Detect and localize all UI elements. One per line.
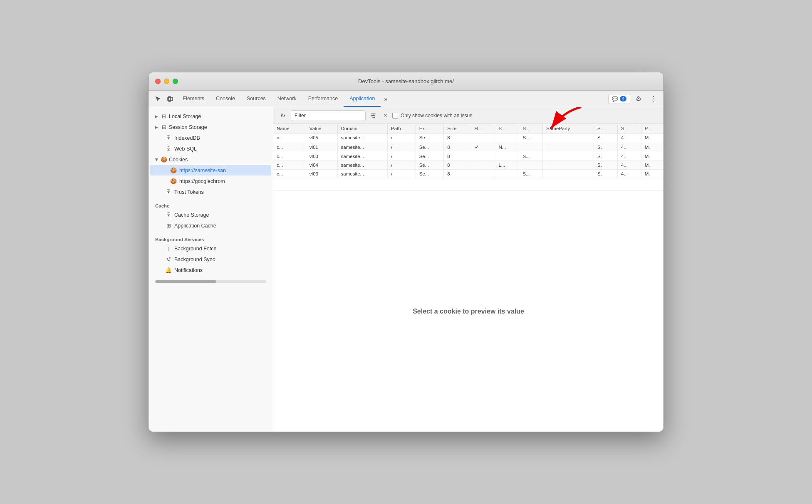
cell-domain: samesite...: [337, 133, 388, 142]
col-expires[interactable]: Ex...: [416, 124, 444, 133]
background-fetch-icon: ↕: [165, 245, 172, 252]
col-samesite[interactable]: S...: [519, 124, 543, 133]
tab-application[interactable]: Application: [344, 91, 381, 107]
cell-expires: Se...: [416, 142, 444, 152]
cell-s2: 4...: [617, 152, 641, 161]
sidebar-item-label: Session Storage: [169, 124, 207, 130]
indexeddb-icon: 🗄: [165, 135, 172, 141]
col-s2[interactable]: S...: [617, 124, 641, 133]
cell-domain: samesite...: [337, 170, 388, 178]
cell-path: /: [388, 161, 416, 170]
cell-samesite: [519, 142, 543, 152]
col-domain[interactable]: Domain: [337, 124, 388, 133]
cell-path: /: [388, 142, 416, 152]
table-row[interactable]: c... vl01 samesite... / Se... 8 ✓ N... S…: [273, 142, 663, 152]
cell-sameparty: [543, 142, 594, 152]
cell-s1: S.: [594, 142, 618, 152]
websql-icon: 🗄: [165, 146, 172, 152]
cell-domain: samesite...: [337, 161, 388, 170]
cell-priority: M.: [641, 152, 663, 161]
refresh-button[interactable]: ↻: [277, 110, 288, 121]
panel-toolbar: ↻ ✕ Only show cookies with an issue: [273, 107, 663, 124]
col-size[interactable]: Size: [444, 124, 471, 133]
tab-console[interactable]: Console: [210, 91, 241, 107]
inspect-icon[interactable]: [152, 93, 163, 105]
maximize-button[interactable]: [173, 79, 178, 84]
sidebar-item-label: Local Storage: [169, 114, 201, 119]
main-content: ▶ ⊞ Local Storage ▶ ⊞ Session Storage 🗄 …: [149, 107, 663, 432]
cell-priority: M.: [641, 133, 663, 142]
traffic-lights: [155, 79, 178, 84]
minimize-button[interactable]: [164, 79, 169, 84]
more-options-icon[interactable]: ⋮: [648, 93, 659, 105]
sidebar-item-cookies[interactable]: ▶ 🍪 Cookies: [150, 154, 271, 165]
tab-elements[interactable]: Elements: [177, 91, 210, 107]
filter-options-icon[interactable]: [368, 111, 378, 121]
col-name[interactable]: Name: [273, 124, 306, 133]
cell-s2: 4...: [617, 161, 641, 170]
sidebar-item-session-storage[interactable]: ▶ ⊞ Session Storage: [150, 122, 271, 132]
table-row[interactable]: c... vl05 samesite... / Se... 8 S... S. …: [273, 133, 663, 142]
table-row[interactable]: c... vl03 samesite... / Se... 8 S... S. …: [273, 170, 663, 178]
clear-filter-button[interactable]: ✕: [381, 111, 390, 120]
cell-domain: samesite...: [337, 142, 388, 152]
title-bar: DevTools - samesite-sandbox.glitch.me/: [149, 72, 663, 91]
sidebar-item-notifications[interactable]: 🔔 Notifications: [150, 265, 271, 275]
sidebar-item-label: Cache Storage: [174, 212, 209, 218]
col-sameparty[interactable]: SameParty: [543, 124, 594, 133]
cell-priority: M.: [641, 142, 663, 152]
sidebar-item-local-storage[interactable]: ▶ ⊞ Local Storage: [150, 111, 271, 121]
sidebar-item-background-sync[interactable]: ↺ Background Sync: [150, 254, 271, 264]
cell-size: 8: [444, 152, 471, 161]
col-path[interactable]: Path: [388, 124, 416, 133]
filter-input[interactable]: [291, 110, 366, 121]
cell-secure: L...: [495, 161, 519, 170]
col-secure[interactable]: S...: [495, 124, 519, 133]
chevron-right-icon: ▶: [155, 114, 158, 119]
bg-services-section-label: Background Services: [149, 231, 273, 243]
sidebar-item-label: Cookies: [169, 157, 188, 163]
issue-filter-checkbox-label[interactable]: Only show cookies with an issue: [392, 113, 473, 119]
sidebar-item-googlechrome-cookie[interactable]: 🍪 https://googlechrom: [150, 176, 271, 186]
cell-name: c...: [273, 133, 306, 142]
sidebar-item-background-fetch[interactable]: ↕ Background Fetch: [150, 243, 271, 254]
col-priority[interactable]: P...: [641, 124, 663, 133]
cell-expires: Se...: [416, 170, 444, 178]
sidebar-scrollbar-thumb: [155, 280, 216, 283]
col-value[interactable]: Value: [306, 124, 337, 133]
sidebar-item-cache-storage[interactable]: 🗄 Cache Storage: [150, 210, 271, 220]
tab-performance[interactable]: Performance: [302, 91, 344, 107]
sidebar-item-application-cache[interactable]: ⊞ Application Cache: [150, 220, 271, 231]
tab-network[interactable]: Network: [272, 91, 302, 107]
sidebar-item-indexeddb[interactable]: 🗄 IndexedDB: [150, 133, 271, 143]
devtools-window: DevTools - samesite-sandbox.glitch.me/ E…: [148, 72, 664, 432]
settings-icon[interactable]: ⚙: [633, 93, 644, 105]
chevron-right-icon: ▶: [155, 125, 158, 129]
feedback-button[interactable]: 💬 4: [608, 94, 630, 104]
cache-storage-icon: 🗄: [165, 212, 172, 218]
svg-point-5: [373, 113, 374, 114]
tab-sources[interactable]: Sources: [241, 91, 272, 107]
cell-expires: Se...: [416, 133, 444, 142]
issue-filter-checkbox[interactable]: [392, 113, 398, 119]
sidebar-item-trust-tokens[interactable]: 🗄 Trust Tokens: [150, 187, 271, 197]
cell-httponly: [471, 161, 495, 170]
cell-secure: [495, 133, 519, 142]
cell-value: vl04: [306, 161, 337, 170]
col-s1[interactable]: S...: [594, 124, 618, 133]
table-row[interactable]: c... vl04 samesite... / Se... 8 L... S. …: [273, 161, 663, 170]
cell-value: vl03: [306, 170, 337, 178]
cell-value: vl05: [306, 133, 337, 142]
device-toggle-icon[interactable]: [164, 93, 176, 105]
sidebar-item-samesite-cookie[interactable]: 🍪 https://samesite-san: [150, 165, 271, 175]
preview-area: Select a cookie to preview its value: [273, 191, 663, 432]
col-httponly[interactable]: H...: [471, 124, 495, 133]
cell-samesite: [519, 161, 543, 170]
more-tabs-button[interactable]: »: [381, 91, 391, 107]
close-button[interactable]: [155, 79, 161, 84]
sidebar-item-websql[interactable]: 🗄 Web SQL: [150, 143, 271, 154]
sidebar-scrollbar[interactable]: [155, 280, 266, 283]
sidebar-item-label: https://googlechrom: [179, 178, 225, 184]
cell-s2: 4...: [617, 142, 641, 152]
table-row[interactable]: c... vl00 samesite... / Se... 8 S... S. …: [273, 152, 663, 161]
